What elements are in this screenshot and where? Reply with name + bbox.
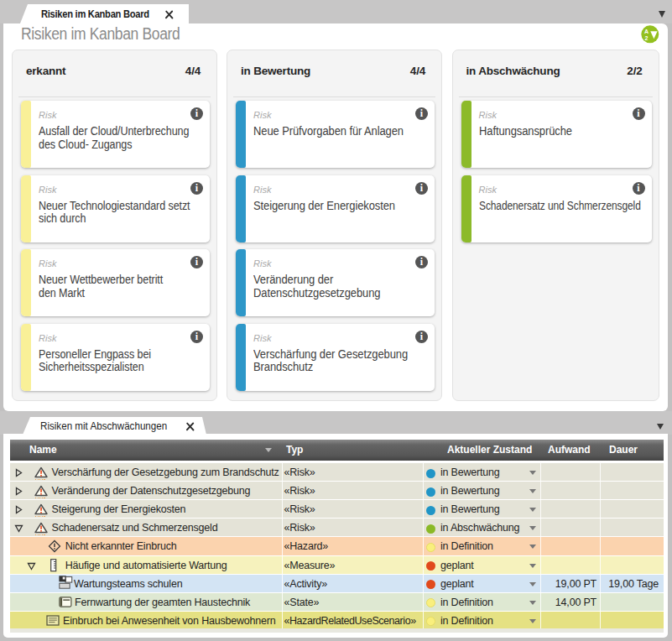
svg-text:2: 2 xyxy=(645,35,649,41)
svg-text:A: A xyxy=(644,29,649,34)
